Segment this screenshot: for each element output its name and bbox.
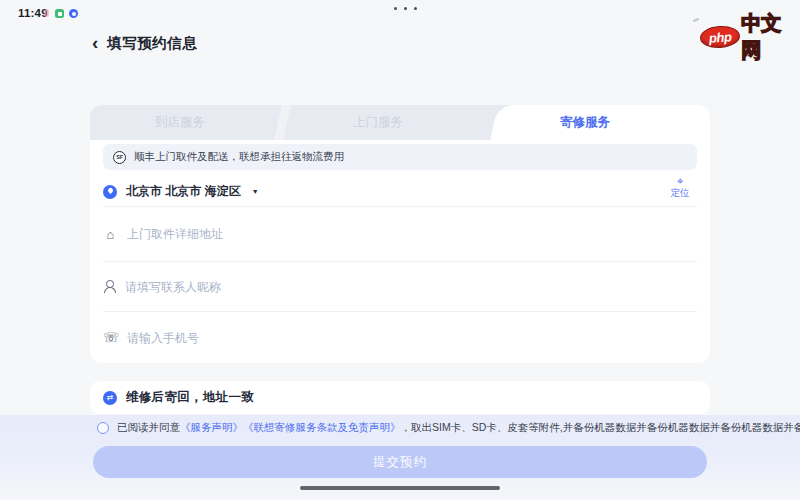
bottom-action-section: 已阅读并同意《服务声明》《联想寄修服务条款及免责声明》，取出SIM卡、SD卡、皮… xyxy=(0,415,800,500)
repair-booking-screen: 11:49 php 中文网 ‹ 填写预约信息 到店服务 上门服务 寄修服务 SF… xyxy=(0,0,800,500)
agreement-prefix: 已阅读并同意 xyxy=(117,421,180,433)
return-address-card: ⇄ 维修后寄回，地址一致 xyxy=(90,381,710,414)
locate-button[interactable]: ⌖ 定位 xyxy=(665,175,695,198)
address-field-row: ⌂ xyxy=(103,207,697,261)
submit-booking-button[interactable]: 提交预约 xyxy=(93,446,707,478)
crosshair-icon: ⌖ xyxy=(665,175,695,187)
mail-in-terms-link[interactable]: 《联想寄修服务条款及免责声明》 xyxy=(243,421,401,433)
home-icon: ⌂ xyxy=(103,227,118,242)
tab-divider xyxy=(274,105,291,140)
page-title: 填写预约信息 xyxy=(107,34,197,53)
contact-name-input[interactable] xyxy=(125,280,697,294)
booking-form-card: 到店服务 上门服务 寄修服务 SF 顺丰上门取件及配送，联想承担往返物流费用 北… xyxy=(90,105,710,363)
contact-field-row xyxy=(103,262,697,311)
agreement-suffix: ，取出SIM卡、SD卡、皮套等附件,并备份机器数据并备份机器数据并备份机器数据并… xyxy=(401,421,800,433)
return-address-text: 维修后寄回，地址一致 xyxy=(126,389,254,406)
back-chevron-icon[interactable]: ‹ xyxy=(92,33,98,53)
php-cn-watermark: php 中文网 xyxy=(700,10,800,64)
person-icon xyxy=(103,280,116,293)
region-selector[interactable]: 北京市 北京市 海淀区 ▼ ⌖ 定位 xyxy=(103,177,697,206)
home-indicator[interactable] xyxy=(300,486,500,490)
chevron-down-icon: ▼ xyxy=(252,188,259,195)
location-pin-icon xyxy=(103,185,117,199)
php-logo-badge: php xyxy=(699,25,741,50)
agreement-text: 已阅读并同意《服务声明》《联想寄修服务条款及免责声明》，取出SIM卡、SD卡、皮… xyxy=(117,421,800,435)
shipping-notice-banner: SF 顺丰上门取件及配送，联想承担往返物流费用 xyxy=(103,144,697,170)
shipping-notice-text: 顺丰上门取件及配送，联想承担往返物流费用 xyxy=(134,150,344,164)
pickup-address-input[interactable] xyxy=(127,227,697,241)
sf-express-icon: SF xyxy=(113,151,126,164)
tab-mail-in-service[interactable]: 寄修服务 xyxy=(510,105,660,140)
camera-cutout-dots xyxy=(394,7,417,10)
status-bar: 11:49 xyxy=(0,0,800,26)
tab-on-site-service[interactable]: 上门服务 xyxy=(313,105,443,140)
agreement-checkbox[interactable] xyxy=(97,422,109,434)
notification-icon xyxy=(44,9,49,17)
watermark-text: 中文网 xyxy=(741,10,800,64)
tab-in-store-service[interactable]: 到店服务 xyxy=(115,105,245,140)
service-statement-link[interactable]: 《服务声明》 xyxy=(180,421,243,433)
location-status-icon xyxy=(69,9,78,18)
page-header: ‹ 填写预约信息 xyxy=(92,33,197,53)
phone-icon: ☏ xyxy=(103,330,118,345)
phone-field-row: ☏ xyxy=(103,312,697,363)
phone-number-input[interactable] xyxy=(127,331,697,345)
locate-label: 定位 xyxy=(665,187,695,198)
region-value[interactable]: 北京市 北京市 海淀区 xyxy=(126,183,241,200)
app-status-icon xyxy=(55,9,64,18)
return-shipping-icon: ⇄ xyxy=(103,391,117,405)
agreement-row: 已阅读并同意《服务声明》《联想寄修服务条款及免责声明》，取出SIM卡、SD卡、皮… xyxy=(97,421,740,435)
service-tab-bar: 到店服务 上门服务 寄修服务 xyxy=(90,105,710,140)
